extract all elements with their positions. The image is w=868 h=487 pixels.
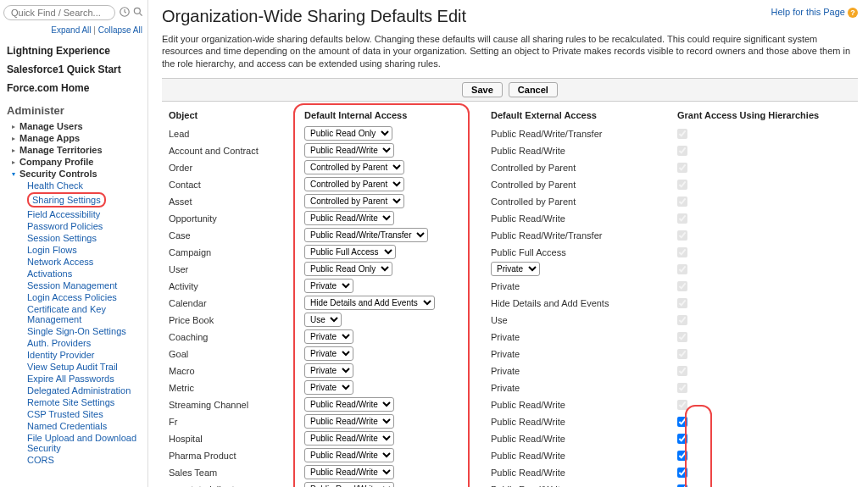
external-access-text: Public Read/Write/Transfer: [491, 227, 664, 244]
object-label: Lead: [169, 125, 291, 142]
object-label: Pharma Product: [169, 447, 291, 464]
nav-leaf[interactable]: Login Flows: [0, 244, 147, 256]
nav-leaf[interactable]: Health Check: [0, 180, 147, 191]
object-label: User: [169, 261, 291, 278]
external-access-text: Use: [491, 312, 664, 329]
expand-icon: ▸: [10, 147, 17, 153]
internal-access-select[interactable]: Private: [304, 363, 353, 378]
nav-leaf[interactable]: Auth. Providers: [0, 337, 147, 349]
object-label: Case: [169, 227, 291, 244]
external-access-text: Controlled by Parent: [491, 193, 664, 210]
expand-icon: ▸: [10, 123, 17, 130]
nav-leaf[interactable]: Delegated Administration: [0, 385, 147, 396]
nav-leaf[interactable]: Session Management: [0, 279, 147, 291]
nav-leaf[interactable]: File Upload and Download Security: [0, 432, 147, 454]
nav-leaf[interactable]: View Setup Audit Trail: [0, 361, 147, 373]
expand-all-link[interactable]: Expand All: [51, 25, 91, 35]
external-access-text: Public Read/Write/Transfer: [491, 125, 664, 142]
internal-access-select[interactable]: Public Read/Write: [304, 465, 394, 479]
internal-access-select[interactable]: Controlled by Parent: [304, 194, 404, 208]
external-access-text: Controlled by Parent: [491, 176, 664, 193]
save-button[interactable]: Save: [462, 82, 503, 97]
internal-access-select[interactable]: Private: [304, 380, 353, 395]
internal-access-select[interactable]: Public Read/Write: [304, 397, 394, 412]
nav-leaf[interactable]: Login Access Policies: [0, 291, 147, 303]
internal-access-select[interactable]: Public Read/Write: [304, 448, 394, 462]
object-label: Coaching: [169, 329, 291, 346]
internal-access-select[interactable]: Public Full Access: [304, 245, 396, 259]
nav-leaf[interactable]: Session Settings: [0, 232, 147, 244]
external-access-text: Public Read/Write: [491, 413, 664, 430]
external-access-text: Private: [491, 278, 664, 295]
hierarchy-checkbox: [677, 281, 687, 291]
col-header-object: Object: [169, 107, 291, 125]
nav-leaf[interactable]: Identity Provider: [0, 349, 147, 361]
object-label: Streaming Channel: [169, 396, 291, 413]
internal-access-select[interactable]: Private: [304, 279, 353, 293]
hierarchy-checkbox[interactable]: [677, 468, 687, 478]
nav-sf1[interactable]: Salesforce1 Quick Start: [0, 58, 147, 77]
search-input[interactable]: [3, 5, 115, 20]
nav-company-profile[interactable]: ▸Company Profile: [0, 156, 147, 168]
object-label: www.tutorialkart.com: [169, 481, 291, 487]
object-label: Order: [169, 159, 291, 176]
hierarchy-checkbox: [677, 264, 687, 274]
nav-leaf[interactable]: CORS: [0, 454, 147, 466]
internal-access-select[interactable]: Hide Details and Add Events: [304, 296, 435, 310]
internal-access-select[interactable]: Public Read/Write: [304, 211, 394, 225]
main-content: Organization-Wide Sharing Defaults Edit …: [148, 0, 868, 487]
nav-leaf[interactable]: Remote Site Settings: [0, 396, 147, 408]
nav-lightning[interactable]: Lightning Experience: [0, 40, 147, 58]
cancel-button[interactable]: Cancel: [509, 82, 558, 97]
hierarchy-checkbox: [677, 163, 687, 173]
hierarchy-checkbox: [677, 196, 687, 207]
nav-leaf[interactable]: Certificate and Key Management: [0, 303, 147, 325]
object-label: Macro: [169, 362, 291, 379]
nav-forcehome[interactable]: Force.com Home: [0, 77, 147, 96]
internal-access-select[interactable]: Public Read/Write: [304, 143, 394, 158]
nav-leaf[interactable]: Single Sign-On Settings: [0, 325, 147, 337]
nav-leaf[interactable]: Activations: [0, 268, 147, 279]
internal-access-select[interactable]: Public Read Only: [304, 126, 392, 141]
internal-access-select[interactable]: Private: [304, 329, 353, 344]
help-icon[interactable]: ?: [848, 8, 858, 18]
hierarchy-checkbox: [677, 315, 687, 325]
internal-access-select[interactable]: Public Read Only: [304, 262, 392, 276]
hierarchy-checkbox[interactable]: [677, 417, 687, 427]
object-label: Asset: [169, 193, 291, 210]
nav-manage-users[interactable]: ▸Manage Users: [0, 120, 147, 132]
nav-leaf[interactable]: Password Policies: [0, 220, 147, 232]
page-title: Organization-Wide Sharing Defaults Edit: [162, 7, 466, 26]
sharing-defaults-table: Object LeadAccount and ContractOrderCont…: [162, 107, 858, 487]
internal-access-select[interactable]: Public Read/Write/Transfer: [304, 228, 428, 242]
object-label: Calendar: [169, 295, 291, 312]
internal-access-select[interactable]: Controlled by Parent: [304, 177, 404, 191]
internal-access-select[interactable]: Private: [304, 346, 353, 361]
hierarchy-checkbox[interactable]: [677, 434, 687, 444]
search-icon[interactable]: [132, 6, 144, 19]
button-bar-top: Save Cancel: [162, 78, 858, 102]
nav-manage-territories[interactable]: ▸Manage Territories: [0, 144, 147, 156]
nav-manage-apps[interactable]: ▸Manage Apps: [0, 132, 147, 144]
collapse-icon: ▾: [10, 170, 17, 177]
expand-icon: ▸: [10, 158, 17, 165]
hierarchy-checkbox: [677, 230, 687, 241]
nav-leaf[interactable]: Sharing Settings: [0, 191, 147, 208]
internal-access-select[interactable]: Public Read/Write: [304, 482, 394, 487]
internal-access-select[interactable]: Public Read/Write: [304, 431, 394, 445]
external-access-select[interactable]: Private: [491, 262, 540, 276]
internal-access-select[interactable]: Use: [304, 313, 342, 327]
internal-access-select[interactable]: Controlled by Parent: [304, 160, 404, 174]
hierarchy-checkbox[interactable]: [677, 451, 687, 461]
collapse-all-link[interactable]: Collapse All: [98, 25, 142, 35]
nav-security-controls[interactable]: ▾Security Controls: [0, 168, 147, 180]
nav-leaf[interactable]: Field Accessibility: [0, 208, 147, 220]
internal-access-select[interactable]: Public Read/Write: [304, 414, 394, 429]
nav-leaf[interactable]: Expire All Passwords: [0, 373, 147, 385]
nav-leaf[interactable]: Network Access: [0, 256, 147, 268]
external-access-text: Private: [491, 346, 664, 362]
nav-leaf[interactable]: CSP Trusted Sites: [0, 408, 147, 420]
nav-leaf[interactable]: Named Credentials: [0, 420, 147, 432]
clock-icon[interactable]: [119, 6, 131, 19]
help-link[interactable]: Help for this Page: [771, 7, 845, 17]
